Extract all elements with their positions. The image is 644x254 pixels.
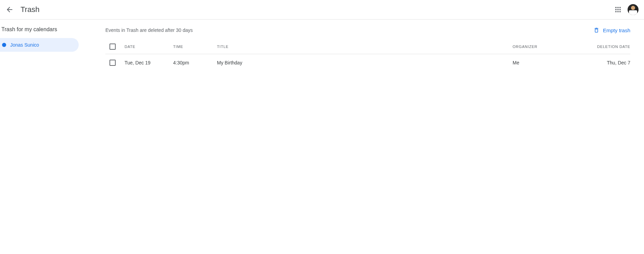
- back-arrow-icon[interactable]: [5, 5, 14, 14]
- header-date: DATE: [125, 45, 173, 49]
- trash-icon: [593, 27, 600, 33]
- header-title: TITLE: [217, 45, 513, 49]
- empty-trash-label: Empty trash: [603, 27, 630, 33]
- apps-grid-icon[interactable]: [614, 5, 622, 14]
- content: Trash for my calendars Jonas Sunico Even…: [0, 20, 644, 71]
- row-checkbox-cell: [105, 60, 125, 66]
- svg-point-5: [619, 9, 621, 10]
- trash-table: DATE TIME TITLE ORGANIZER DELETION DATE …: [105, 39, 630, 71]
- select-all-checkbox[interactable]: [110, 44, 116, 50]
- row-checkbox[interactable]: [110, 60, 116, 66]
- sidebar-title: Trash for my calendars: [0, 26, 89, 38]
- svg-point-1: [617, 7, 619, 8]
- app-header: Trash: [0, 0, 644, 20]
- sidebar: Trash for my calendars Jonas Sunico: [0, 20, 89, 71]
- row-deletion-date: Thu, Dec 7: [586, 60, 630, 65]
- sidebar-item-label: Jonas Sunico: [10, 42, 39, 48]
- avatar[interactable]: [628, 4, 639, 15]
- row-organizer: Me: [513, 60, 586, 65]
- row-title: My Birthday: [217, 60, 513, 65]
- row-time: 4:30pm: [173, 60, 217, 65]
- header-time: TIME: [173, 45, 217, 49]
- page-title: Trash: [21, 5, 614, 14]
- svg-point-6: [615, 11, 617, 12]
- svg-point-2: [619, 7, 621, 8]
- info-text: Events in Trash are deleted after 30 day…: [105, 27, 193, 33]
- header-deletion-date: DELETION DATE: [586, 45, 630, 49]
- main-header: Events in Trash are deleted after 30 day…: [105, 27, 630, 33]
- svg-point-7: [617, 11, 619, 12]
- header-organizer: ORGANIZER: [513, 45, 586, 49]
- svg-point-3: [615, 9, 617, 10]
- row-date: Tue, Dec 19: [125, 60, 173, 65]
- svg-point-4: [617, 9, 619, 10]
- svg-point-8: [619, 11, 621, 12]
- svg-point-0: [615, 7, 617, 8]
- calendar-color-dot-icon: [2, 43, 6, 47]
- table-header-row: DATE TIME TITLE ORGANIZER DELETION DATE: [105, 39, 630, 54]
- header-right: [614, 4, 639, 15]
- table-row[interactable]: Tue, Dec 19 4:30pm My Birthday Me Thu, D…: [105, 54, 630, 71]
- sidebar-item-calendar[interactable]: Jonas Sunico: [0, 38, 79, 52]
- empty-trash-button[interactable]: Empty trash: [593, 27, 630, 33]
- header-checkbox-cell: [105, 44, 125, 50]
- main-area: Events in Trash are deleted after 30 day…: [89, 20, 644, 71]
